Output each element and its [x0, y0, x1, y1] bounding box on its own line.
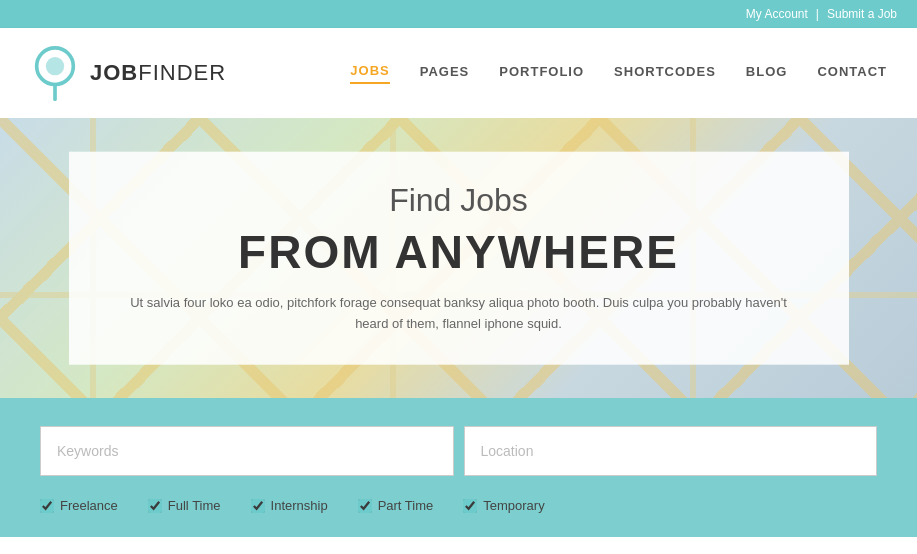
fulltime-label: Full Time [168, 498, 221, 513]
nav-contact[interactable]: CONTACT [817, 64, 887, 83]
logo[interactable]: JOBFINDER [30, 46, 226, 101]
filter-internship[interactable]: Internship [251, 498, 328, 513]
logo-text: JOBFINDER [90, 60, 226, 86]
hero-subtitle: Find Jobs [129, 182, 789, 219]
main-nav: JOBS PAGES PORTFOLIO SHORTCODES BLOG CON… [350, 63, 887, 84]
my-account-link[interactable]: My Account [746, 7, 808, 21]
submit-job-link[interactable]: Submit a Job [827, 7, 897, 21]
svg-point-1 [46, 57, 64, 75]
filter-fulltime[interactable]: Full Time [148, 498, 221, 513]
freelance-label: Freelance [60, 498, 118, 513]
freelance-checkbox[interactable] [40, 499, 54, 513]
hero-title: FROM ANYWHERE [129, 225, 789, 279]
filter-freelance[interactable]: Freelance [40, 498, 118, 513]
job-type-filters: Freelance Full Time Internship Part Time… [40, 492, 877, 519]
top-bar: My Account | Submit a Job [0, 0, 917, 28]
filter-temporary[interactable]: Temporary [463, 498, 544, 513]
hero-description: Ut salvia four loko ea odio, pitchfork f… [129, 293, 789, 335]
logo-icon [30, 46, 80, 101]
search-section: Freelance Full Time Internship Part Time… [0, 398, 917, 537]
internship-label: Internship [271, 498, 328, 513]
keywords-input[interactable] [40, 426, 454, 476]
hero-overlay: Find Jobs FROM ANYWHERE Ut salvia four l… [69, 152, 849, 365]
hero-section: Find Jobs FROM ANYWHERE Ut salvia four l… [0, 118, 917, 398]
location-input[interactable] [464, 426, 878, 476]
fulltime-checkbox[interactable] [148, 499, 162, 513]
temporary-checkbox[interactable] [463, 499, 477, 513]
nav-portfolio[interactable]: PORTFOLIO [499, 64, 584, 83]
nav-blog[interactable]: BLOG [746, 64, 788, 83]
internship-checkbox[interactable] [251, 499, 265, 513]
filter-parttime[interactable]: Part Time [358, 498, 434, 513]
search-row [40, 426, 877, 476]
nav-jobs[interactable]: JOBS [350, 63, 389, 84]
parttime-checkbox[interactable] [358, 499, 372, 513]
divider: | [816, 7, 819, 21]
nav-pages[interactable]: PAGES [420, 64, 470, 83]
parttime-label: Part Time [378, 498, 434, 513]
nav-shortcodes[interactable]: SHORTCODES [614, 64, 716, 83]
header: JOBFINDER JOBS PAGES PORTFOLIO SHORTCODE… [0, 28, 917, 118]
temporary-label: Temporary [483, 498, 544, 513]
